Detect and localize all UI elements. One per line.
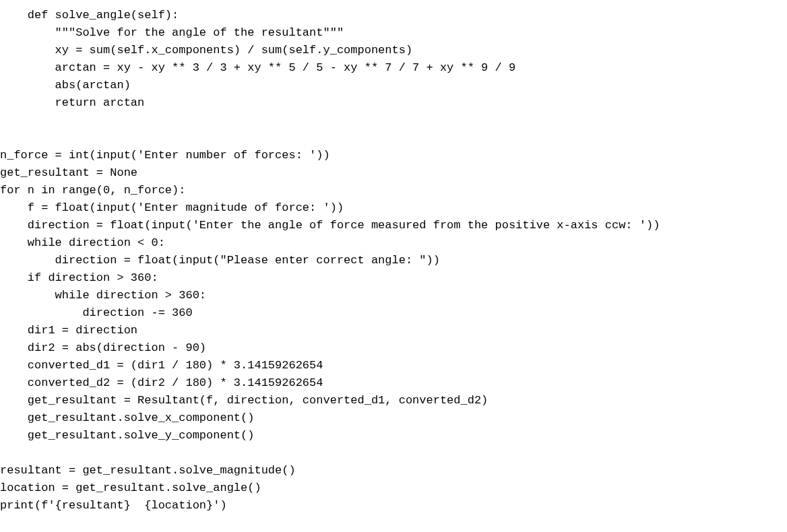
code-line: """Solve for the angle of the resultant"… — [0, 26, 344, 39]
code-line: arctan = xy - xy ** 3 / 3 + xy ** 5 / 5 … — [0, 61, 515, 74]
code-line: if direction > 360: — [0, 271, 158, 284]
code-line: direction = float(input("Please enter co… — [0, 254, 440, 267]
code-line: while direction < 0: — [0, 236, 165, 249]
code-line: dir1 = direction — [0, 324, 137, 337]
code-line: f = float(input('Enter magnitude of forc… — [0, 201, 344, 214]
code-line: converted_d1 = (dir1 / 180) * 3.14159262… — [0, 359, 323, 372]
code-line: get_resultant.solve_y_component() — [0, 429, 254, 442]
code-line: get_resultant = Resultant(f, direction, … — [0, 394, 488, 407]
code-line: dir2 = abs(direction - 90) — [0, 341, 206, 354]
code-line: converted_d2 = (dir2 / 180) * 3.14159262… — [0, 376, 323, 389]
code-line: n_force = int(input('Enter number of for… — [0, 149, 330, 162]
code-line: direction = float(input('Enter the angle… — [0, 219, 660, 232]
code-line: return arctan — [0, 96, 144, 109]
code-line: def solve_angle(self): — [0, 9, 179, 22]
code-line: print(f'{resultant} {location}') — [0, 499, 227, 512]
code-line: direction -= 360 — [0, 306, 193, 319]
code-line: resultant = get_resultant.solve_magnitud… — [0, 464, 296, 477]
code-line: location = get_resultant.solve_angle() — [0, 481, 261, 494]
code-line: get_resultant = None — [0, 166, 137, 179]
code-line: get_resultant.solve_x_component() — [0, 411, 254, 424]
code-line: while direction > 360: — [0, 289, 206, 302]
code-block: def solve_angle(self): """Solve for the … — [0, 0, 787, 514]
code-line: xy = sum(self.x_components) / sum(self.y… — [0, 44, 412, 57]
code-line: abs(arctan) — [0, 79, 131, 92]
code-line: for n in range(0, n_force): — [0, 184, 185, 197]
